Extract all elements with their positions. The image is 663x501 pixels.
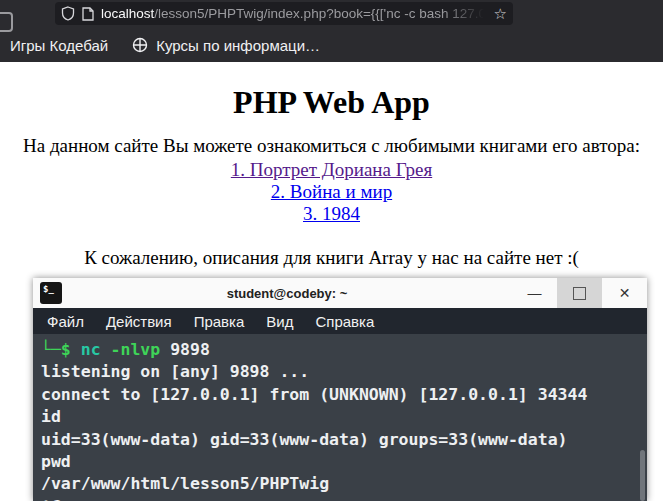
book-link-1[interactable]: 1. Портрет Дориана Грея <box>0 159 663 181</box>
terminal-output[interactable]: └─$ nc -nlvp 9898listening on [any] 9898… <box>33 334 647 501</box>
terminal-title: student@codeby: ~ <box>62 286 512 301</box>
terminal-line: /var/www/html/lesson5/PHPTwig <box>41 473 637 495</box>
terminal-line: └─$ nc -nlvp 9898 <box>41 339 637 361</box>
url-path: /lesson5/PHPTwig/index.php?book={{['nc -… <box>154 6 487 21</box>
terminal-titlebar[interactable]: $_ student@codeby: ~ — ✕ <box>33 278 647 308</box>
terminal-menu-item[interactable]: Вид <box>266 313 293 330</box>
terminal-menubar: ФайлДействияПравкаВидСправка <box>33 308 647 334</box>
bookmark-label: Курсы по информаци… <box>156 37 320 54</box>
bookmarks-bar: Игры Кодебай Курсы по информаци… <box>0 30 663 60</box>
partial-toolbar-icon <box>0 12 13 32</box>
bookmark-star-icon[interactable]: ☆ <box>494 5 507 23</box>
book-link-3[interactable]: 3. 1984 <box>0 203 663 225</box>
no-description-message: К сожалению, описания для книги Array у … <box>0 247 663 269</box>
browser-toolbar: localhost/lesson5/PHPTwig/index.php?book… <box>0 0 663 28</box>
page-info-icon[interactable] <box>82 7 94 21</box>
terminal-line: uid=33(www-data) gid=33(www-data) groups… <box>41 429 637 451</box>
terminal-menu-item[interactable]: Файл <box>47 313 84 330</box>
page-title: PHP Web App <box>0 84 663 121</box>
maximize-icon <box>573 287 586 300</box>
minimize-button[interactable]: — <box>512 278 557 308</box>
browser-chrome: localhost/lesson5/PHPTwig/index.php?book… <box>0 0 663 62</box>
terminal-scrollbar[interactable] <box>640 450 645 501</box>
bookmark-item-games[interactable]: Игры Кодебай <box>10 37 108 54</box>
maximize-button[interactable] <box>557 278 602 308</box>
terminal-menu-item[interactable]: Правка <box>194 313 245 330</box>
intro-text: На данном сайте Вы можете ознакомиться с… <box>0 135 663 157</box>
terminal-line: ^C <box>41 496 637 501</box>
globe-icon <box>132 37 148 53</box>
bookmark-item-courses[interactable]: Курсы по информаци… <box>132 37 320 54</box>
address-bar[interactable]: localhost/lesson5/PHPTwig/index.php?book… <box>55 2 513 25</box>
terminal-line: connect to [127.0.0.1] from (UNKNOWN) [1… <box>41 384 637 406</box>
terminal-line: id <box>41 406 637 428</box>
url-host: localhost <box>101 6 154 21</box>
bookmark-label: Игры Кодебай <box>10 37 108 54</box>
close-button[interactable]: ✕ <box>602 278 647 308</box>
url-text[interactable]: localhost/lesson5/PHPTwig/index.php?book… <box>101 6 488 21</box>
terminal-line: listening on [any] 9898 ... <box>41 361 637 383</box>
terminal-window: $_ student@codeby: ~ — ✕ ФайлДействияПра… <box>33 278 647 501</box>
terminal-menu-item[interactable]: Справка <box>315 313 374 330</box>
terminal-line: pwd <box>41 451 637 473</box>
shield-icon[interactable] <box>61 6 75 21</box>
terminal-menu-item[interactable]: Действия <box>106 313 172 330</box>
book-link-2[interactable]: 2. Война и мир <box>0 181 663 203</box>
terminal-app-icon: $_ <box>40 282 62 304</box>
